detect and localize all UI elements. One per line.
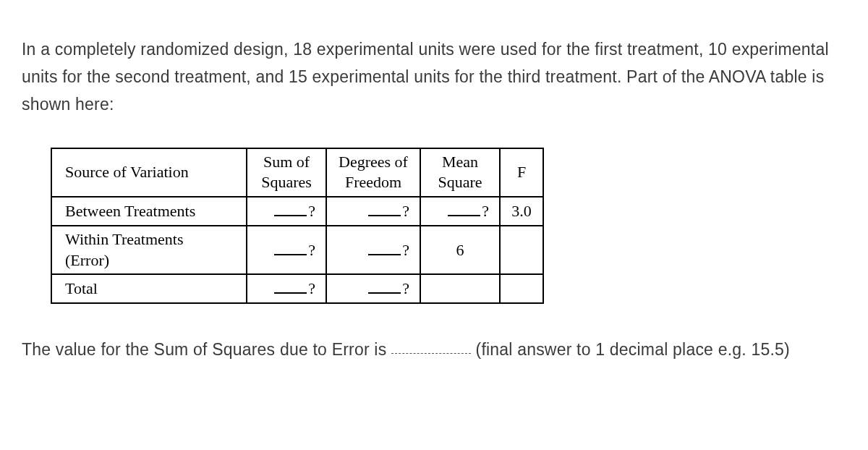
between-label: Between Treatments (51, 197, 247, 226)
blank-underline (368, 254, 401, 255)
blank-underline (274, 254, 307, 255)
anova-table-wrapper: Source of Variation Sum of Squares Degre… (51, 148, 846, 304)
question-prompt: The value for the Sum of Squares due to … (22, 336, 846, 364)
within-ms-cell: 6 (420, 226, 500, 274)
within-df-cell: ? (326, 226, 420, 274)
blank-underline (274, 215, 307, 216)
header-df: Degrees of Freedom (326, 148, 420, 197)
between-f-cell: 3.0 (500, 197, 543, 226)
question-prefix: The value for the Sum of Squares due to … (22, 340, 391, 359)
between-ms-value: ? (482, 202, 489, 220)
between-ss-value: ? (308, 202, 315, 220)
within-ss-value: ? (308, 241, 315, 259)
total-ss-cell: ? (247, 274, 326, 303)
total-label: Total (51, 274, 247, 303)
header-ms-line1: Mean (442, 153, 478, 171)
problem-intro: In a completely randomized design, 18 ex… (22, 36, 846, 119)
question-suffix: (final answer to 1 decimal place e.g. 15… (471, 340, 790, 359)
table-row-total: Total ? ? (51, 274, 543, 303)
anova-table: Source of Variation Sum of Squares Degre… (51, 148, 544, 304)
table-row-between: Between Treatments ? ? ? 3.0 (51, 197, 543, 226)
table-header-row: Source of Variation Sum of Squares Degre… (51, 148, 543, 197)
within-label: Within Treatments (Error) (51, 226, 247, 274)
table-row-within: Within Treatments (Error) ? ? 6 (51, 226, 543, 274)
between-df-value: ? (402, 202, 409, 220)
blank-underline (368, 292, 401, 294)
header-ms: Mean Square (420, 148, 500, 197)
header-source: Source of Variation (51, 148, 247, 197)
within-df-value: ? (402, 241, 409, 259)
total-df-cell: ? (326, 274, 420, 303)
header-df-line2: Freedom (345, 173, 401, 191)
within-label-line2: (Error) (65, 251, 109, 269)
between-ss-cell: ? (247, 197, 326, 226)
between-df-cell: ? (326, 197, 420, 226)
within-ss-cell: ? (247, 226, 326, 274)
between-ms-cell: ? (420, 197, 500, 226)
header-ms-line2: Square (438, 173, 482, 191)
blank-underline (274, 292, 307, 294)
header-ss-line1: Sum of (263, 153, 310, 171)
within-f-cell (500, 226, 543, 274)
answer-blank (391, 337, 471, 354)
total-df-value: ? (402, 279, 409, 297)
total-f-cell (500, 274, 543, 303)
total-ss-value: ? (308, 279, 315, 297)
header-f: F (500, 148, 543, 197)
header-ss: Sum of Squares (247, 148, 326, 197)
header-df-line1: Degrees of (339, 153, 408, 171)
total-ms-cell (420, 274, 500, 303)
header-ss-line2: Squares (261, 173, 312, 191)
blank-underline (448, 215, 480, 216)
within-label-line1: Within Treatments (65, 230, 184, 248)
blank-underline (368, 215, 401, 216)
